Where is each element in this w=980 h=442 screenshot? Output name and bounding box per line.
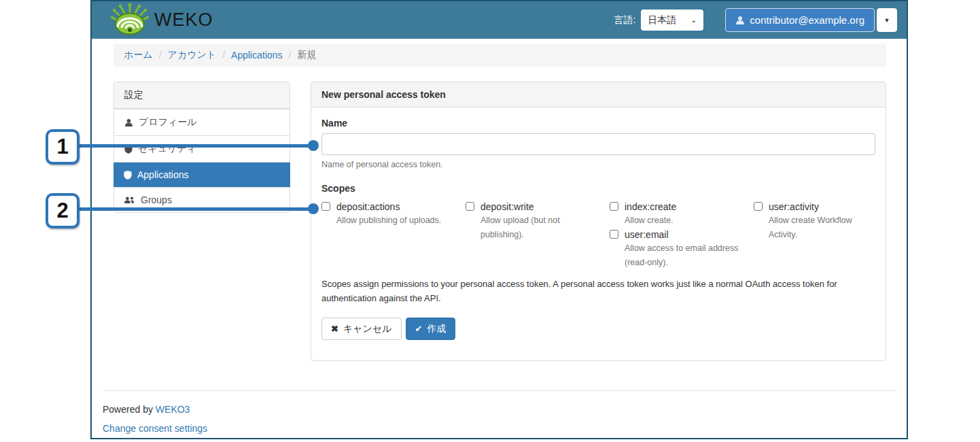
sidebar-item-profile[interactable]: プロフィール <box>114 109 290 135</box>
scope-label[interactable]: deposit:write <box>480 200 597 214</box>
sidebar-item-label: プロフィール <box>139 116 197 129</box>
check-icon: ✔ <box>415 324 423 334</box>
scopes-column: index:create Allow create. user:email Al… <box>610 200 754 270</box>
scope-item-deposit-actions: deposit:actions Allow publishing of uplo… <box>321 200 466 228</box>
user-icon <box>124 118 133 127</box>
brand-title: WEKO <box>154 10 213 31</box>
scope-label[interactable]: user:email <box>625 228 741 241</box>
scope-item-user-email: user:email Allow access to email address… <box>610 228 754 270</box>
weko-logo-icon <box>111 3 149 38</box>
scope-checkbox-user-activity[interactable] <box>754 202 763 211</box>
sidebar-item-label: Groups <box>141 194 172 205</box>
scope-checkbox-deposit-actions[interactable] <box>321 202 330 211</box>
scope-checkbox-deposit-write[interactable] <box>466 202 474 211</box>
user-icon <box>735 16 745 25</box>
cancel-button[interactable]: ✖ キャンセル <box>321 318 402 340</box>
panel-title: New personal access token <box>311 82 886 107</box>
breadcrumb-current-page: 新規 <box>297 49 316 61</box>
caret-down-icon: ▼ <box>884 17 890 24</box>
change-consent-settings-link[interactable]: Change consent settings <box>103 423 897 434</box>
sidebar-item-applications[interactable]: Applications <box>113 162 290 187</box>
scope-description: Allow upload (but not publishing). <box>480 214 582 242</box>
scopes-grid: deposit:actions Allow publishing of uplo… <box>321 200 875 270</box>
powered-by-text: Powered by <box>103 404 153 415</box>
breadcrumb-separator: / <box>222 50 225 61</box>
name-field-label: Name <box>321 118 875 129</box>
create-button[interactable]: ✔ 作成 <box>406 318 456 340</box>
breadcrumb-home-link[interactable]: ホーム <box>124 49 153 61</box>
x-icon: ✖ <box>331 324 338 334</box>
sidebar-heading: 設定 <box>114 82 290 109</box>
chevron-down-icon: ⌄ <box>690 16 697 24</box>
language-selected-value: 日本語 <box>648 14 676 27</box>
brand-home-link[interactable]: WEKO <box>111 3 213 38</box>
scopes-column: deposit:actions Allow publishing of uplo… <box>321 200 466 270</box>
scopes-column: deposit:write Allow upload (but not publ… <box>466 200 610 270</box>
shield-icon <box>124 171 132 180</box>
scopes-column: user:activity Allow create Workflow Acti… <box>754 200 875 270</box>
scope-description: Allow create. <box>625 214 741 228</box>
scope-label[interactable]: user:activity <box>769 200 863 214</box>
powered-by: Powered by WEKO3 <box>103 404 897 415</box>
page-frame: WEKO 言語: 日本語 ⌄ contributor@example.org ▼… <box>90 0 908 439</box>
annotation-line-2 <box>78 207 314 211</box>
token-name-input[interactable] <box>321 133 875 155</box>
navbar-right: 言語: 日本語 ⌄ contributor@example.org ▼ <box>614 8 897 32</box>
scope-checkbox-index-create[interactable] <box>610 202 618 211</box>
annotation-callout-1: 1 <box>46 129 80 165</box>
scope-item-user-activity: user:activity Allow create Workflow Acti… <box>754 200 875 242</box>
scope-item-index-create: index:create Allow create. <box>610 200 754 228</box>
scope-checkbox-user-email[interactable] <box>610 230 618 239</box>
scope-item-deposit-write: deposit:write Allow upload (but not publ… <box>466 200 610 242</box>
scope-description: Allow create Workflow Activity. <box>769 214 863 242</box>
user-account-button[interactable]: contributor@example.org <box>725 8 875 32</box>
scope-label[interactable]: deposit:actions <box>336 200 453 214</box>
annotation-line-1 <box>78 144 314 148</box>
top-navbar: WEKO 言語: 日本語 ⌄ contributor@example.org ▼ <box>92 1 907 39</box>
name-help-text: Name of personal access token. <box>321 160 875 169</box>
user-menu-group: contributor@example.org ▼ <box>725 8 897 32</box>
annotation-endpoint-2 <box>308 203 319 214</box>
scope-description: Allow publishing of uploads. <box>336 214 453 228</box>
annotation-endpoint-1 <box>308 140 319 151</box>
breadcrumb-separator: / <box>159 50 162 61</box>
language-select[interactable]: 日本語 ⌄ <box>641 10 703 31</box>
cancel-button-label: キャンセル <box>343 323 392 335</box>
users-icon <box>124 196 135 205</box>
sidebar-item-security[interactable]: セキュリティ <box>114 135 290 162</box>
form-actions: ✖ キャンセル ✔ 作成 <box>321 318 875 340</box>
scope-description: Allow access to email address (read-only… <box>625 241 741 270</box>
scope-label[interactable]: index:create <box>625 200 741 214</box>
language-label: 言語: <box>614 14 635 27</box>
user-email-label: contributor@example.org <box>750 14 864 26</box>
sidebar-item-label: Applications <box>137 169 189 180</box>
user-menu-caret-button[interactable]: ▼ <box>877 8 897 32</box>
new-token-panel: New personal access token Name Name of p… <box>311 82 886 361</box>
breadcrumb-account-link[interactable]: アカウント <box>168 49 217 61</box>
breadcrumb-applications-link[interactable]: Applications <box>231 50 283 61</box>
create-button-label: 作成 <box>427 323 446 335</box>
weko3-link[interactable]: WEKO3 <box>156 404 190 415</box>
annotation-callout-2: 2 <box>46 193 80 228</box>
scopes-section-label: Scopes <box>321 183 875 194</box>
page-footer: Powered by WEKO3 Change consent settings <box>103 390 897 434</box>
content-area: 設定 プロフィール セキュリティ Applications Groups New… <box>113 82 886 361</box>
breadcrumb-separator: / <box>289 50 292 61</box>
breadcrumb: ホーム / アカウント / Applications / 新規 <box>113 44 886 67</box>
scopes-description-text: Scopes assign permissions to your person… <box>321 277 875 305</box>
panel-body: Name Name of personal access token. Scop… <box>311 107 886 360</box>
